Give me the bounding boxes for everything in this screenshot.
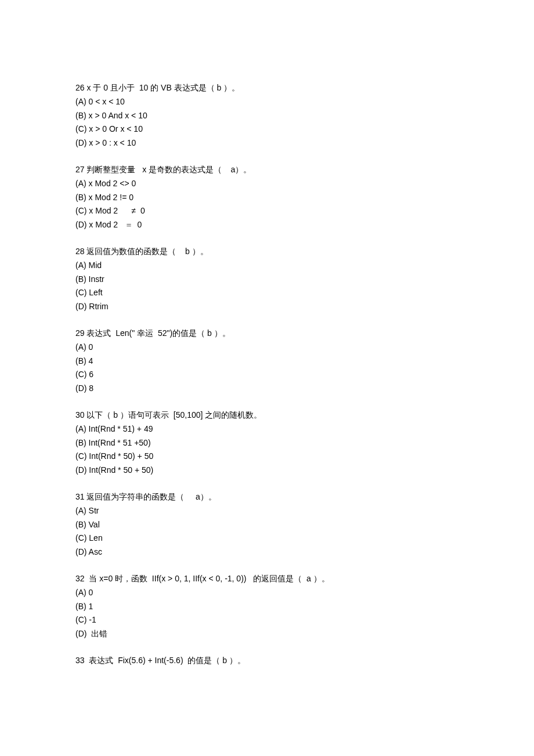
option-c: (C) Int(Rnd * 50) + 50 [75, 450, 459, 464]
option-b: (B) Val [75, 518, 459, 532]
option-d: (D) x > 0 : x < 10 [75, 136, 459, 150]
option-a: (A) Str [75, 504, 459, 518]
question-31: 31 返回值为字符串的函数是（ a）。 (A) Str (B) Val (C) … [75, 490, 459, 559]
question-text: 31 返回值为字符串的函数是（ a）。 [75, 490, 459, 504]
option-c: (C) Left [75, 286, 459, 300]
question-27: 27 判断整型变量 x 是奇数的表达式是（ a）。 (A) x Mod 2 <>… [75, 163, 459, 232]
option-a: (A) Mid [75, 259, 459, 273]
question-28: 28 返回值为数值的函数是（ b ）。 (A) Mid (B) Instr (C… [75, 245, 459, 314]
option-c: (C) x Mod 2 ≠ 0 [75, 204, 459, 218]
question-text: 30 以下（ b ）语句可表示 [50,100] 之间的随机数。 [75, 408, 459, 422]
option-d: (D) Int(Rnd * 50 + 50) [75, 464, 459, 478]
question-text: 33 表达式 Fix(5.6) + Int(-5.6) 的值是（ b ）。 [75, 654, 459, 668]
option-d: (D) 出错 [75, 627, 459, 641]
option-b: (B) Int(Rnd * 51 +50) [75, 436, 459, 450]
question-33: 33 表达式 Fix(5.6) + Int(-5.6) 的值是（ b ）。 [75, 654, 459, 668]
question-text: 27 判断整型变量 x 是奇数的表达式是（ a）。 [75, 163, 459, 177]
option-b: (B) Instr [75, 273, 459, 287]
option-d: (D) 8 [75, 382, 459, 396]
question-32: 32 当 x=0 时，函数 IIf(x > 0, 1, IIf(x < 0, -… [75, 572, 459, 641]
question-26: 26 x 于 0 且小于 10 的 VB 表达式是（ b ）。 (A) 0 < … [75, 81, 459, 150]
option-a: (A) Int(Rnd * 51) + 49 [75, 422, 459, 436]
option-b: (B) x > 0 And x < 10 [75, 109, 459, 123]
option-b: (B) 4 [75, 355, 459, 368]
option-a: (A) 0 < x < 10 [75, 95, 459, 109]
question-text: 26 x 于 0 且小于 10 的 VB 表达式是（ b ）。 [75, 81, 459, 95]
question-29: 29 表达式 Len(" 幸运 52")的值是（ b ）。 (A) 0 (B) … [75, 327, 459, 396]
option-c: (C) x > 0 Or x < 10 [75, 122, 459, 136]
option-a: (A) x Mod 2 <> 0 [75, 177, 459, 191]
option-b: (B) x Mod 2 != 0 [75, 191, 459, 205]
option-d: (D) Asc [75, 545, 459, 559]
option-c: (C) -1 [75, 613, 459, 627]
question-text: 29 表达式 Len(" 幸运 52")的值是（ b ）。 [75, 327, 459, 341]
option-c: (C) 6 [75, 368, 459, 382]
document-page: 26 x 于 0 且小于 10 的 VB 表达式是（ b ）。 (A) 0 < … [0, 0, 534, 756]
question-text: 32 当 x=0 时，函数 IIf(x > 0, 1, IIf(x < 0, -… [75, 572, 459, 586]
option-d: (D) x Mod 2 ＝ 0 [75, 218, 459, 232]
option-b: (B) 1 [75, 600, 459, 614]
question-text: 28 返回值为数值的函数是（ b ）。 [75, 245, 459, 259]
option-a: (A) 0 [75, 586, 459, 600]
question-30: 30 以下（ b ）语句可表示 [50,100] 之间的随机数。 (A) Int… [75, 408, 459, 478]
option-c: (C) Len [75, 531, 459, 545]
option-a: (A) 0 [75, 341, 459, 355]
option-d: (D) Rtrim [75, 300, 459, 314]
